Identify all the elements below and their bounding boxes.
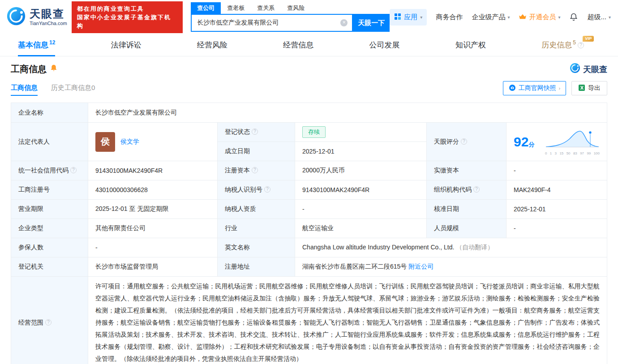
legal-rep-link[interactable]: 侯文学 bbox=[120, 138, 139, 146]
tianyancha-logo-icon bbox=[570, 63, 580, 76]
search-tabs: 查公司 查老板 查关系 查风险 bbox=[191, 2, 390, 14]
help-icon[interactable]: ? bbox=[252, 167, 258, 173]
field-label: 登记机关 bbox=[11, 257, 88, 277]
taxpayer-quality-value: - bbox=[295, 200, 427, 219]
nearby-companies-link[interactable]: 附近公司 bbox=[408, 263, 433, 270]
nav-cooperation[interactable]: 商务合作 bbox=[436, 13, 463, 21]
field-label: 英文名称 bbox=[218, 238, 295, 257]
paid-capital-value: - bbox=[506, 161, 607, 180]
score-axis-ticks: 0131550839799100 bbox=[545, 151, 600, 155]
section-header: 工商信息 天眼查 bbox=[0, 56, 618, 76]
chevron-down-icon: ▾ bbox=[609, 15, 611, 20]
tab-count: 5 bbox=[573, 39, 576, 46]
tab-intellectual-property[interactable]: 知识产权 bbox=[455, 34, 486, 56]
reg-number-value: 430100000306628 bbox=[88, 180, 218, 200]
brand-name: 天眼查 bbox=[30, 8, 67, 20]
reg-authority-value: 长沙市市场监督管理局 bbox=[88, 257, 218, 277]
insured-count-value: - bbox=[88, 238, 218, 257]
search-tab-riskcheck[interactable]: 查风险 bbox=[281, 2, 311, 14]
field-label: 成立日期 bbox=[218, 142, 295, 161]
chevron-right-icon: › bbox=[559, 86, 560, 91]
status-badge: 存续 bbox=[302, 126, 326, 138]
tab-history-info[interactable]: 历史信息5? VIP bbox=[541, 34, 588, 56]
promo-line1: 都在用的商业查询工具 bbox=[77, 4, 178, 13]
approve-date-value: 2025-12-01 bbox=[506, 200, 607, 219]
section-brand-logo: 天眼查 bbox=[570, 63, 607, 76]
english-name-value: Changsha Low altitude Industry Developme… bbox=[302, 244, 454, 251]
search-block: 查公司 查老板 查关系 查风险 × 天眼一下 bbox=[191, 2, 390, 32]
reg-capital-value: 20000万人民币 bbox=[295, 161, 427, 180]
notice-bell-icon[interactable] bbox=[50, 64, 57, 74]
apps-label: 应用 bbox=[404, 13, 417, 21]
staff-size-value: - bbox=[506, 219, 607, 238]
nav-enterprise-products[interactable]: 企业级产品 ▾ bbox=[472, 13, 510, 21]
tab-basic-info[interactable]: 基本信息12 bbox=[18, 34, 55, 56]
brand-domain: TianYanCha.com bbox=[30, 21, 67, 26]
help-icon[interactable]: ? bbox=[70, 167, 77, 173]
section-title: 工商信息 bbox=[11, 63, 47, 75]
notification-bell-icon[interactable] bbox=[569, 13, 578, 21]
apps-grid-icon bbox=[394, 13, 401, 21]
search-button[interactable]: 天眼一下 bbox=[353, 14, 390, 32]
nav-user-account[interactable]: 超级... ▾ bbox=[587, 13, 611, 21]
field-label: 统一社会信用代码? bbox=[11, 161, 88, 180]
tianyan-score[interactable]: 92分 0131550839799100 bbox=[514, 128, 600, 155]
search-tab-boss[interactable]: 查老板 bbox=[221, 2, 251, 14]
help-icon[interactable]: ? bbox=[252, 128, 258, 135]
tab-operating-info[interactable]: 经营信息 bbox=[283, 34, 313, 56]
help-icon[interactable]: ? bbox=[578, 42, 584, 48]
subtab-business-info[interactable]: 工商信息 bbox=[11, 84, 38, 96]
snapshot-camera-icon bbox=[509, 84, 516, 93]
field-label: 天眼评分? bbox=[427, 123, 506, 161]
apps-menu[interactable]: 应用 ▾ bbox=[390, 9, 427, 26]
help-icon[interactable]: ? bbox=[45, 319, 52, 325]
chevron-down-icon: ▾ bbox=[507, 15, 510, 20]
tab-legal-proceedings[interactable]: 法律诉讼 bbox=[111, 34, 142, 56]
field-label: 营业期限 bbox=[11, 200, 88, 219]
field-label: 企业类型 bbox=[11, 219, 88, 238]
tab-company-development[interactable]: 公司发展 bbox=[369, 34, 400, 56]
table-row: 登记机关 长沙市市场监督管理局 注册地址 湖南省长沙市岳麓区南二环二段615号 … bbox=[11, 257, 607, 277]
official-snapshot-button[interactable]: 工商官网快照 › bbox=[503, 81, 566, 95]
field-label: 行业 bbox=[218, 219, 295, 238]
help-icon[interactable]: ? bbox=[473, 186, 480, 193]
business-info-table: 企业名称 长沙市低空产业发展有限公司 法定代表人 侯 侯文学 登记状态? 存续 … bbox=[11, 103, 607, 364]
company-name-value: 长沙市低空产业发展有限公司 bbox=[88, 103, 607, 123]
field-label: 注册地址 bbox=[218, 257, 295, 277]
nav-open-vip[interactable]: 开通会员 ▾ bbox=[519, 13, 560, 21]
field-label: 法定代表人 bbox=[11, 123, 88, 161]
help-icon[interactable]: ? bbox=[264, 186, 270, 193]
table-row: 企业名称 长沙市低空产业发展有限公司 bbox=[11, 103, 607, 123]
vip-badge: VIP bbox=[583, 36, 594, 42]
tianyancha-logo[interactable]: 天眼查 TianYanCha.com bbox=[6, 6, 67, 28]
search-tab-company[interactable]: 查公司 bbox=[191, 2, 221, 14]
search-input-wrap: × bbox=[191, 14, 353, 32]
score-unit: 分 bbox=[528, 141, 534, 148]
org-code-value: MAK2490F-4 bbox=[506, 180, 607, 200]
table-row: 营业期限 2025-12-01 至 无固定期限 纳税人资质 - 核准日期 202… bbox=[11, 200, 607, 219]
promo-banner: 都在用的商业查询工具 国家中小企业发展子基金旗下机构 bbox=[72, 1, 183, 33]
establish-date-value: 2025-12-01 bbox=[295, 142, 427, 161]
search-input[interactable] bbox=[192, 15, 352, 31]
taxpayer-id-value: 91430100MAK2490F4R bbox=[295, 180, 427, 200]
subtab-history-business-info[interactable]: 历史工商信息0 bbox=[51, 84, 95, 96]
business-term-value: 2025-12-01 至 无固定期限 bbox=[88, 200, 218, 219]
field-label: 登记状态? bbox=[218, 123, 295, 142]
crown-icon bbox=[519, 13, 527, 21]
legal-rep-avatar[interactable]: 侯 bbox=[95, 132, 115, 152]
section-subtabs: 工商信息 历史工商信息0 工商官网快照 › 导出 bbox=[0, 76, 618, 102]
export-button[interactable]: 导出 bbox=[571, 81, 607, 95]
top-right-nav: 应用 ▾ 商务合作 企业级产品 ▾ 开通会员 ▾ 超级... ▾ bbox=[390, 9, 611, 26]
table-row: 经营范围? 许可项目：通用航空服务；公共航空运输；民用机场运营；民用航空器维修；… bbox=[11, 277, 607, 364]
tab-count: 12 bbox=[49, 39, 55, 46]
table-row: 法定代表人 侯 侯文学 登记状态? 存续 天眼评分? 92分 bbox=[11, 123, 607, 142]
help-icon[interactable]: ? bbox=[461, 138, 467, 145]
field-label: 人员规模 bbox=[427, 219, 506, 238]
field-label: 参保人数 bbox=[11, 238, 88, 257]
tab-operating-risk[interactable]: 经营风险 bbox=[197, 34, 227, 56]
chevron-down-icon: ▾ bbox=[420, 15, 422, 20]
search-tab-relation[interactable]: 查关系 bbox=[251, 2, 281, 14]
auto-translate-note: （自动翻译） bbox=[456, 244, 494, 251]
tianyancha-logo-icon bbox=[6, 6, 26, 28]
field-label: 注册资本? bbox=[218, 161, 295, 180]
